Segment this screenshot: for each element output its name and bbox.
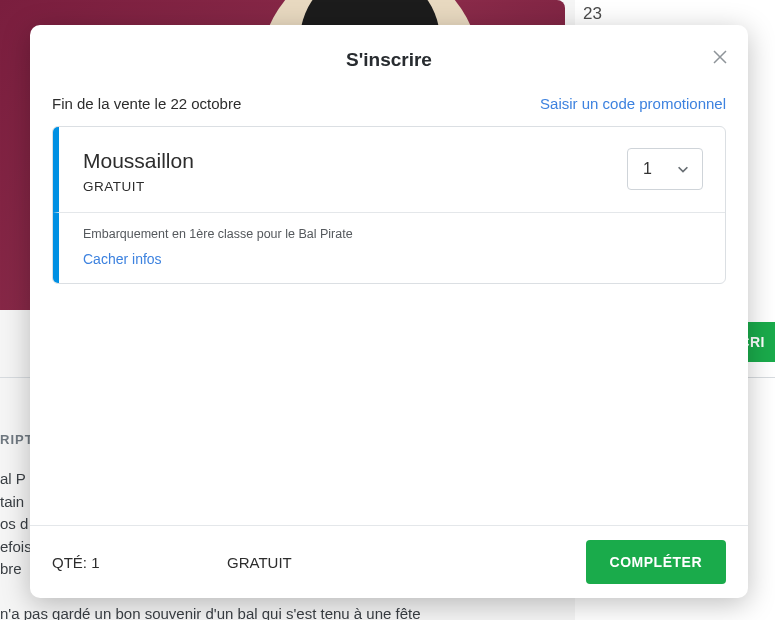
event-date: 23 [583,4,767,24]
close-icon[interactable] [712,49,728,65]
ticket-price: GRATUIT [83,179,607,194]
footer-price: GRATUIT [227,554,586,571]
ticket-name: Moussaillon [83,149,607,173]
ticket-info: Moussaillon GRATUIT [59,127,627,212]
sale-end-text: Fin de la vente le 22 octobre [52,95,241,112]
ticket-details: Embarquement en 1ère classe pour le Bal … [53,212,725,283]
modal-footer: QTÉ: 1 GRATUIT COMPLÉTER [30,525,748,598]
ticket-main-row: Moussaillon GRATUIT 1 [53,127,725,212]
modal-title: S'inscrire [46,49,732,71]
hide-info-link[interactable]: Cacher infos [83,251,705,267]
promo-code-link[interactable]: Saisir un code promotionnel [540,95,726,112]
footer-qty: QTÉ: 1 [52,554,227,571]
quantity-wrap: 1 [627,127,725,212]
modal-header: S'inscrire [30,25,748,89]
modal-subheader: Fin de la vente le 22 octobre Saisir un … [30,89,748,126]
quantity-value: 1 [643,160,652,178]
quantity-select[interactable]: 1 [627,148,703,190]
complete-button[interactable]: COMPLÉTER [586,540,726,584]
modal-spacer [30,284,748,525]
section-label: RIPT [0,432,34,447]
ticket-card: Moussaillon GRATUIT 1 Embarquement en 1è… [52,126,726,284]
ticket-description: Embarquement en 1ère classe pour le Bal … [83,227,705,241]
chevron-down-icon [676,162,690,176]
register-modal: S'inscrire Fin de la vente le 22 octobre… [30,25,748,598]
